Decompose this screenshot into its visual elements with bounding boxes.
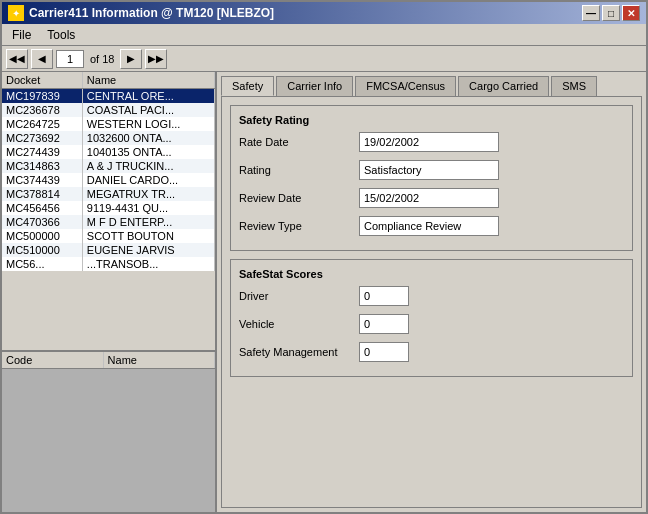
carrier-docket-cell: MC197839 <box>2 89 82 104</box>
right-panel: Safety Carrier Info FMCSA/Census Cargo C… <box>217 72 646 512</box>
file-menu[interactable]: File <box>6 26 37 44</box>
carrier-name-cell: COASTAL PACI... <box>82 103 214 117</box>
review-date-input[interactable] <box>359 188 499 208</box>
vehicle-group: Vehicle <box>239 312 624 336</box>
rate-date-label: Rate Date <box>239 136 359 148</box>
carrier-table-row[interactable]: MC264725WESTERN LOGI... <box>2 117 215 131</box>
header-row: Docket Name <box>2 72 215 89</box>
carrier-docket-cell: MC510000 <box>2 243 82 257</box>
review-type-group: Review Type <box>239 214 624 238</box>
carrier-table-body: MC197839CENTRAL ORE...MC236678COASTAL PA… <box>2 89 215 272</box>
window-controls: — □ ✕ <box>582 5 640 21</box>
code-header: Code <box>2 352 103 369</box>
carrier-docket-cell: MC470366 <box>2 215 82 229</box>
carrier-docket-cell: MC264725 <box>2 117 82 131</box>
carrier-table-row[interactable]: MC314863A & J TRUCKIN... <box>2 159 215 173</box>
tools-menu[interactable]: Tools <box>41 26 81 44</box>
minimize-button[interactable]: — <box>582 5 600 21</box>
code-header-row: Code Name <box>2 352 215 369</box>
carrier-docket-cell: MC314863 <box>2 159 82 173</box>
safestat-label: SafeStat Scores <box>239 268 624 280</box>
tab-sms[interactable]: SMS <box>551 76 597 96</box>
maximize-button[interactable]: □ <box>602 5 620 21</box>
code-table-body <box>2 369 215 512</box>
carrier-table-header: Docket Name <box>2 72 215 89</box>
carrier-name-cell: CENTRAL ORE... <box>82 89 214 104</box>
tab-fmcsa[interactable]: FMCSA/Census <box>355 76 456 96</box>
page-total: of 18 <box>87 53 117 65</box>
carrier-name-cell: 1040135 ONTA... <box>82 145 214 159</box>
driver-label: Driver <box>239 290 359 302</box>
carrier-name-cell: 1032600 ONTA... <box>82 131 214 145</box>
review-date-label: Review Date <box>239 192 359 204</box>
first-page-button[interactable]: ◀◀ <box>6 49 28 69</box>
tab-carrier-info[interactable]: Carrier Info <box>276 76 353 96</box>
prev-page-button[interactable]: ◀ <box>31 49 53 69</box>
safety-management-group: Safety Management <box>239 340 624 364</box>
tab-content-safety: Safety Rating Rate Date Rating Review Da… <box>221 96 642 508</box>
carrier-table-row[interactable]: MC510000EUGENE JARVIS <box>2 243 215 257</box>
page-number-input[interactable] <box>56 50 84 68</box>
left-panel: Docket Name MC197839CENTRAL ORE...MC2366… <box>2 72 217 512</box>
title-bar-left: ✦ Carrier411 Information @ TM120 [NLEBZO… <box>8 5 274 21</box>
safety-rating-section: Safety Rating Rate Date Rating Review Da… <box>230 105 633 251</box>
carrier-docket-cell: MC236678 <box>2 103 82 117</box>
carrier-table-row[interactable]: MC2736921032600 ONTA... <box>2 131 215 145</box>
carrier-name-cell: ...TRANSOB... <box>82 257 214 271</box>
next-page-button[interactable]: ▶ <box>120 49 142 69</box>
docket-header: Docket <box>2 72 82 89</box>
close-button[interactable]: ✕ <box>622 5 640 21</box>
carrier-docket-cell: MC56... <box>2 257 82 271</box>
carrier-table-row[interactable]: MC56......TRANSOB... <box>2 257 215 271</box>
carrier-docket-cell: MC456456 <box>2 201 82 215</box>
carrier-docket-cell: MC273692 <box>2 131 82 145</box>
tab-cargo[interactable]: Cargo Carried <box>458 76 549 96</box>
carrier-name-cell: M F D ENTERP... <box>82 215 214 229</box>
window-title: Carrier411 Information @ TM120 [NLEBZO] <box>29 6 274 20</box>
carrier-list-container[interactable]: Docket Name MC197839CENTRAL ORE...MC2366… <box>2 72 215 352</box>
vehicle-input[interactable] <box>359 314 409 334</box>
carrier-table-row[interactable]: MC2744391040135 ONTA... <box>2 145 215 159</box>
lower-table-container: Code Name <box>2 352 215 512</box>
code-table: Code Name <box>2 352 215 369</box>
rating-label: Rating <box>239 164 359 176</box>
safety-management-input[interactable] <box>359 342 409 362</box>
vehicle-label: Vehicle <box>239 318 359 330</box>
tab-safety[interactable]: Safety <box>221 76 274 96</box>
carrier-table-row[interactable]: MC374439DANIEL CARDO... <box>2 173 215 187</box>
main-window: ✦ Carrier411 Information @ TM120 [NLEBZO… <box>0 0 648 514</box>
carrier-table-row[interactable]: MC470366M F D ENTERP... <box>2 215 215 229</box>
review-type-input[interactable] <box>359 216 499 236</box>
rate-date-group: Rate Date <box>239 130 624 154</box>
carrier-name-cell: 9119-4431 QU... <box>82 201 214 215</box>
review-date-group: Review Date <box>239 186 624 210</box>
driver-group: Driver <box>239 284 624 308</box>
rating-input[interactable] <box>359 160 499 180</box>
carrier-table-row[interactable]: MC4564569119-4431 QU... <box>2 201 215 215</box>
code-table-header: Code Name <box>2 352 215 369</box>
review-type-label: Review Type <box>239 220 359 232</box>
carrier-name-cell: EUGENE JARVIS <box>82 243 214 257</box>
carrier-docket-cell: MC378814 <box>2 187 82 201</box>
carrier-table: Docket Name MC197839CENTRAL ORE...MC2366… <box>2 72 215 271</box>
carrier-table-row[interactable]: MC236678COASTAL PACI... <box>2 103 215 117</box>
menu-bar: File Tools <box>2 24 646 46</box>
carrier-docket-cell: MC274439 <box>2 145 82 159</box>
safety-rating-label: Safety Rating <box>239 114 624 126</box>
carrier-name-cell: SCOTT BOUTON <box>82 229 214 243</box>
carrier-table-row[interactable]: MC378814MEGATRUX TR... <box>2 187 215 201</box>
toolbar: ◀◀ ◀ of 18 ▶ ▶▶ <box>2 46 646 72</box>
carrier-name-cell: DANIEL CARDO... <box>82 173 214 187</box>
carrier-table-row[interactable]: MC500000SCOTT BOUTON <box>2 229 215 243</box>
rating-group: Rating <box>239 158 624 182</box>
rate-date-input[interactable] <box>359 132 499 152</box>
carrier-docket-cell: MC374439 <box>2 173 82 187</box>
driver-input[interactable] <box>359 286 409 306</box>
last-page-button[interactable]: ▶▶ <box>145 49 167 69</box>
carrier-name-cell: WESTERN LOGI... <box>82 117 214 131</box>
carrier-table-row[interactable]: MC197839CENTRAL ORE... <box>2 89 215 104</box>
safety-management-label: Safety Management <box>239 346 359 358</box>
carrier-name-cell: A & J TRUCKIN... <box>82 159 214 173</box>
title-bar: ✦ Carrier411 Information @ TM120 [NLEBZO… <box>2 2 646 24</box>
app-icon: ✦ <box>8 5 24 21</box>
